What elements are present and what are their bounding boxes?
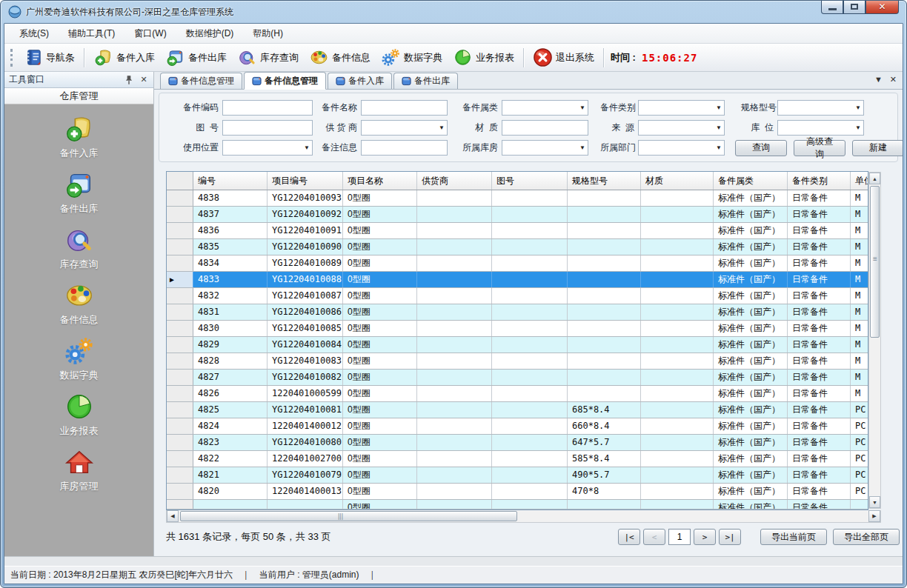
column-header-0[interactable]: 编号: [193, 172, 268, 190]
tab-2[interactable]: 备件入库: [328, 73, 392, 89]
menu-item-1[interactable]: 辅助工具(T): [61, 24, 122, 43]
sidebar-close-icon[interactable]: ✕: [139, 75, 149, 85]
close-button[interactable]: ✕: [866, 0, 899, 14]
row-selector-header[interactable]: [167, 172, 193, 190]
sidebar-item-stock-query[interactable]: 库存查询: [4, 224, 153, 271]
search-select-r0c4[interactable]: ▼: [777, 100, 864, 116]
sidebar-item-data-dict[interactable]: 数据字典: [4, 335, 153, 382]
column-header-1[interactable]: 项目编号: [268, 172, 343, 190]
table-row[interactable]: 4836YG122040100910型圈标准件（国产）日常备件M: [167, 223, 868, 239]
column-header-5[interactable]: 规格型号: [568, 172, 641, 190]
menu-item-3[interactable]: 数据维护(D): [179, 24, 242, 43]
tab-close-icon[interactable]: ✕: [890, 75, 897, 84]
table-row[interactable]: 4831YG122040100860型圈标准件（国产）日常备件M: [167, 304, 868, 321]
row-selector-cell[interactable]: [167, 500, 193, 509]
row-selector-cell[interactable]: [167, 337, 193, 353]
page-number-input[interactable]: [668, 529, 691, 545]
table-row[interactable]: 482212204010027000型圈585*8.4标准件（国产）日常备件PC: [167, 451, 868, 467]
advanced-query-button[interactable]: 高级查询: [794, 140, 845, 156]
table-row[interactable]: 4829YG122040100840型圈标准件（国产）日常备件M: [167, 337, 868, 353]
table-row[interactable]: 482012204014000130型圈470*8标准件（国产）日常备件PC: [167, 484, 868, 500]
table-row[interactable]: 482612204010005990型圈标准件（国产）日常备件M: [167, 386, 868, 402]
last-page-button[interactable]: >|: [719, 529, 741, 545]
toolbar-parts-info-button[interactable]: 备件信息: [304, 45, 376, 70]
toolbar-data-dict-button[interactable]: 数据字典: [376, 45, 448, 70]
row-selector-cell[interactable]: [167, 402, 193, 418]
sidebar-item-warehouse[interactable]: 库房管理: [4, 447, 153, 493]
row-selector-cell[interactable]: [167, 223, 193, 238]
row-selector-cell[interactable]: [167, 288, 193, 304]
horizontal-scrollbar[interactable]: ◀ ▶: [166, 510, 881, 523]
row-selector-cell[interactable]: [167, 418, 193, 434]
query-button[interactable]: 查询: [735, 140, 787, 156]
maximize-button[interactable]: [843, 0, 866, 14]
horizontal-scroll-thumb[interactable]: [180, 511, 517, 521]
row-selector-cell[interactable]: [167, 353, 193, 369]
table-row[interactable]: 482412204014000120型圈660*8.4标准件（国产）日常备件PC: [167, 418, 868, 435]
table-row[interactable]: 4834YG122040100890型圈标准件（国产）日常备件M: [167, 255, 868, 272]
table-row[interactable]: ►4833YG122040100880型圈标准件（国产）日常备件M: [167, 272, 868, 288]
table-row[interactable]: 4825YG122040100810型圈685*8.4标准件（国产）日常备件PC: [167, 402, 868, 418]
pin-icon[interactable]: [124, 75, 134, 85]
search-select-r2c3[interactable]: ▼: [638, 140, 725, 156]
tab-dropdown-icon[interactable]: ▼: [874, 75, 883, 84]
toolbar-parts-in-button[interactable]: 备件入库: [88, 45, 160, 70]
sidebar-item-parts-info[interactable]: 备件信息: [4, 280, 153, 327]
scroll-up-icon[interactable]: ▲: [869, 173, 880, 184]
export-all-pages-button[interactable]: 导出全部页: [833, 529, 900, 545]
vertical-scrollbar[interactable]: ▲ ▼: [868, 172, 881, 509]
toolbar-grip[interactable]: [10, 49, 13, 67]
scroll-left-icon[interactable]: ◀: [167, 510, 179, 522]
table-row[interactable]: 4830YG122040100850型圈标准件（国产）日常备件M: [167, 321, 868, 337]
next-page-button[interactable]: >: [694, 529, 716, 545]
table-row[interactable]: 4832YG122040100870型圈标准件（国产）日常备件M: [167, 288, 868, 304]
toolbar-parts-out-button[interactable]: 备件出库: [160, 45, 232, 70]
row-selector-cell[interactable]: [167, 370, 193, 385]
table-row[interactable]: 4827YG122040100820型圈标准件（国产）日常备件M: [167, 370, 868, 386]
sidebar-item-parts-in[interactable]: 备件入库: [4, 113, 153, 160]
tab-1[interactable]: 备件信息管理: [244, 72, 326, 90]
tab-0[interactable]: 备件信息管理: [160, 73, 242, 89]
menu-item-2[interactable]: 窗口(W): [127, 24, 173, 43]
search-input-r0c0[interactable]: [222, 100, 313, 116]
sidebar-item-parts-out[interactable]: 备件出库: [4, 169, 153, 216]
prev-page-button[interactable]: <: [643, 529, 665, 545]
row-selector-cell[interactable]: [167, 386, 193, 401]
row-selector-cell[interactable]: [167, 255, 193, 271]
column-header-2[interactable]: 项目名称: [343, 172, 417, 190]
row-selector-cell[interactable]: [167, 304, 193, 320]
vertical-scroll-thumb[interactable]: [870, 186, 880, 338]
column-header-4[interactable]: 图号: [492, 172, 568, 190]
column-header-3[interactable]: 供货商: [417, 172, 492, 190]
sidebar-item-report[interactable]: 业务报表: [4, 391, 153, 438]
row-selector-cell[interactable]: [167, 207, 193, 222]
row-selector-cell[interactable]: [167, 321, 193, 336]
row-selector-cell[interactable]: [167, 239, 193, 255]
column-header-8[interactable]: 备件类别: [788, 172, 851, 190]
toolbar-exit-button[interactable]: 退出系统: [528, 45, 599, 70]
table-row[interactable]: 4838YG122040100930型圈标准件（国产）日常备件M: [167, 190, 868, 207]
column-header-6[interactable]: 材质: [641, 172, 714, 190]
scroll-down-icon[interactable]: ▼: [869, 496, 880, 508]
search-input-r1c2[interactable]: [502, 120, 588, 136]
row-selector-cell[interactable]: [167, 190, 193, 206]
search-select-r2c2[interactable]: ▼: [502, 140, 588, 156]
table-row[interactable]: 4837YG122040100920型圈标准件（国产）日常备件M: [167, 207, 868, 223]
column-header-7[interactable]: 备件属类: [714, 172, 788, 190]
search-select-r0c2[interactable]: ▼: [502, 100, 588, 116]
export-current-page-button[interactable]: 导出当前页: [760, 529, 827, 545]
menu-item-4[interactable]: 帮助(H): [245, 24, 290, 43]
search-select-r1c3[interactable]: ▼: [638, 120, 725, 136]
tab-3[interactable]: 备件出库: [393, 73, 458, 89]
search-select-r1c1[interactable]: ▼: [361, 120, 448, 136]
search-select-r1c4[interactable]: ▼: [777, 120, 864, 136]
row-selector-cell[interactable]: [167, 435, 193, 450]
row-selector-cell[interactable]: [167, 484, 193, 499]
column-header-9[interactable]: 单位: [851, 172, 868, 190]
minimize-button[interactable]: [821, 0, 843, 14]
toolbar-stock-query-button[interactable]: 库存查询: [232, 45, 304, 70]
row-selector-cell[interactable]: [167, 451, 193, 467]
row-selector-cell[interactable]: [167, 467, 193, 483]
toolbar-report-button[interactable]: 业务报表: [448, 45, 519, 70]
toolbar-navigator-button[interactable]: 导航条: [18, 45, 80, 70]
